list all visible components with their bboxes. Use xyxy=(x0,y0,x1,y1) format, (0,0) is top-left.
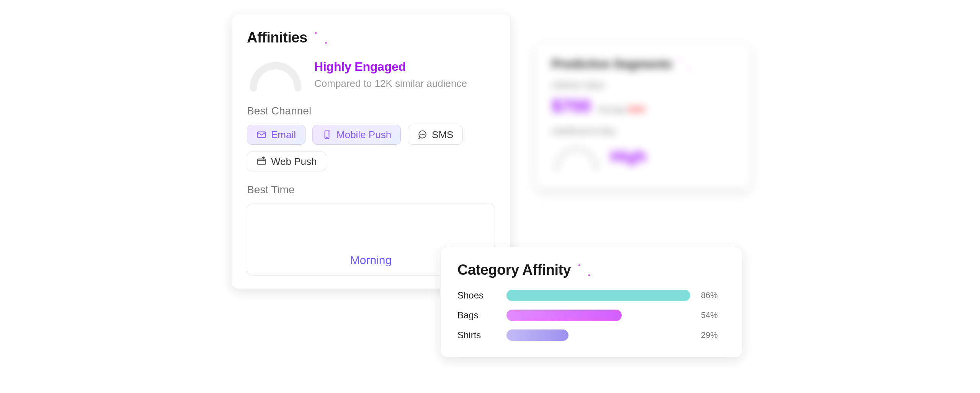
mail-icon xyxy=(256,130,266,140)
chip-label: SMS xyxy=(432,130,453,140)
likelihood-row: High xyxy=(552,142,735,171)
engagement-row: Highly Engaged Compared to 12K similar a… xyxy=(247,57,495,92)
sparkle-icon xyxy=(314,31,327,44)
category-title: Category Affinity xyxy=(457,262,571,278)
bar-pct: 29% xyxy=(701,330,728,340)
bar-label: Shoes xyxy=(457,290,496,301)
bar-fill xyxy=(506,290,690,301)
engagement-level: Highly Engaged xyxy=(314,60,467,74)
engagement-gauge xyxy=(247,57,304,92)
ltv-value: $700 xyxy=(552,96,591,116)
bar-fill xyxy=(506,329,568,341)
svg-rect-9 xyxy=(258,159,266,165)
affinities-title: Affinities xyxy=(247,29,307,46)
predictive-title: Predictive Segments xyxy=(552,57,672,71)
bar-track xyxy=(506,310,690,321)
stage: Predictive Segments Lifetime Value $700 … xyxy=(0,0,980,393)
svg-point-8 xyxy=(424,134,425,135)
channel-chips: Email Mobile Push SMS Web Push xyxy=(247,125,495,171)
engagement-subtext: Compared to 12K similar audience xyxy=(314,78,467,90)
ltv-avg-prefix: Average xyxy=(598,105,628,114)
ltv-avg-accent: $600 xyxy=(628,105,645,114)
engagement-text: Highly Engaged Compared to 12K similar a… xyxy=(314,60,467,90)
svg-point-6 xyxy=(421,134,421,135)
ltv-row: $700 Average $600 xyxy=(552,96,735,116)
predictive-header: Predictive Segments xyxy=(552,57,735,71)
channel-chip-sms[interactable]: SMS xyxy=(408,125,463,145)
svg-point-11 xyxy=(302,223,313,234)
likelihood-label: Likelihood to Buy xyxy=(552,126,735,136)
bar-track xyxy=(506,290,690,301)
category-affinity-card: Category Affinity Shoes 86% Bags 54% Shi… xyxy=(440,247,743,357)
likelihood-gauge xyxy=(552,142,601,171)
channel-chip-web-push[interactable]: Web Push xyxy=(247,152,326,171)
bar-pct: 54% xyxy=(701,310,728,320)
category-header: Category Affinity xyxy=(457,262,725,278)
channel-chip-email[interactable]: Email xyxy=(247,125,305,145)
chip-label: Web Push xyxy=(271,157,317,166)
best-time-label: Best Time xyxy=(247,184,495,196)
bar-label: Bags xyxy=(457,310,496,321)
predictive-segments-card: Predictive Segments Lifetime Value $700 … xyxy=(536,43,750,189)
chip-label: Email xyxy=(271,130,296,140)
svg-point-7 xyxy=(422,134,423,135)
bar-label: Shirts xyxy=(457,330,496,341)
affinities-header: Affinities xyxy=(247,29,495,46)
chip-label: Mobile Push xyxy=(336,130,391,140)
bar-fill xyxy=(506,310,622,321)
bar-row-bags: Bags 54% xyxy=(457,310,725,321)
ltv-average: Average $600 xyxy=(598,105,645,114)
sparkle-icon xyxy=(578,264,591,277)
web-push-icon xyxy=(256,157,266,166)
sparkle-icon xyxy=(678,58,691,71)
bar-row-shirts: Shirts 29% xyxy=(457,329,725,341)
ltv-label: Lifetime Value xyxy=(552,80,735,90)
best-channel-label: Best Channel xyxy=(247,105,495,117)
bar-track xyxy=(506,329,690,341)
bar-pct: 86% xyxy=(701,290,728,300)
sms-icon xyxy=(417,130,427,140)
svg-point-5 xyxy=(327,137,327,138)
channel-chip-mobile-push[interactable]: Mobile Push xyxy=(312,125,401,145)
bar-row-shoes: Shoes 86% xyxy=(457,290,725,301)
likelihood-value: High xyxy=(611,147,646,166)
mobile-push-icon xyxy=(322,130,332,140)
